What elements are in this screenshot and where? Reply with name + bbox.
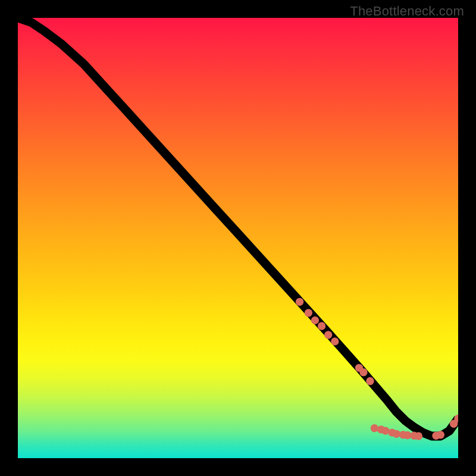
data-marker (331, 337, 339, 345)
data-marker (437, 431, 444, 439)
chart-svg (18, 18, 458, 458)
data-marker (324, 331, 332, 339)
bottleneck-curve (18, 18, 458, 436)
data-marker (305, 309, 312, 317)
data-marker (371, 424, 378, 432)
data-marker (296, 298, 303, 306)
chart-area (18, 18, 458, 458)
watermark-text: TheBottleneck.com (350, 4, 464, 19)
data-marker (415, 432, 422, 440)
data-marker (311, 317, 319, 324)
data-marker (318, 322, 325, 330)
data-marker (366, 377, 374, 385)
data-marker (359, 368, 367, 376)
